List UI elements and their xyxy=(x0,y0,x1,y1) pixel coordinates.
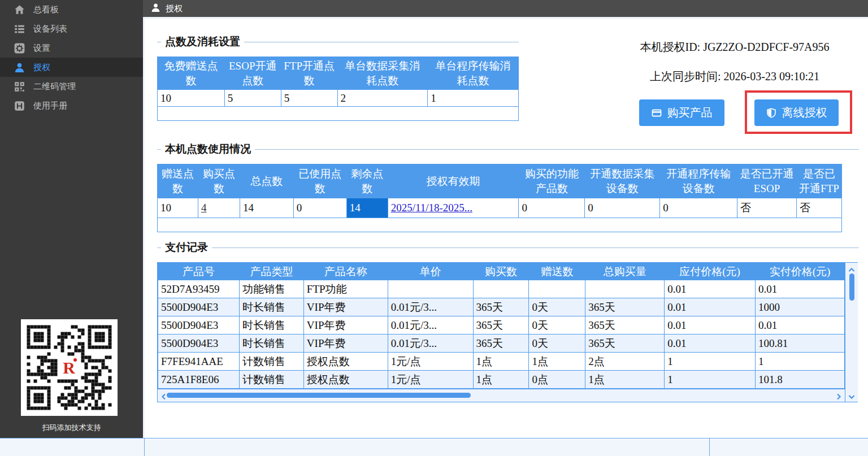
sync-time-line: 上次同步时间: 2026-03-23 09:10:21 xyxy=(616,69,853,84)
table-cell: 101.8 xyxy=(756,371,845,389)
bought-points-cell: 4 xyxy=(198,198,240,218)
table-cell xyxy=(585,280,665,298)
data-collect-devices-cell: 0 xyxy=(585,198,660,218)
sidebar-item-label: 设置 xyxy=(33,43,50,54)
column-header: 购买的功能产品数 xyxy=(519,164,585,198)
table-cell: 1元/点 xyxy=(388,353,473,371)
footer-separator xyxy=(709,438,710,456)
sync-time-label: 上次同步时间: xyxy=(650,70,721,82)
section-title: 点数及消耗设置 xyxy=(161,34,244,49)
table-cell: 100.81 xyxy=(756,335,845,353)
column-header: 开通程序传输设备数 xyxy=(660,164,737,198)
column-header: 免费赠送点数 xyxy=(158,57,225,90)
payment-row: 5500D904E3时长销售VIP年费0.01元/3...365天0天365天0… xyxy=(158,316,845,335)
table-cell: 0点 xyxy=(529,371,585,389)
table-cell: 1000 xyxy=(756,298,845,316)
table-cell: 授权点数 xyxy=(303,353,388,371)
bought-points-link[interactable]: 4 xyxy=(201,202,207,214)
table-row: 10 5 5 2 1 xyxy=(158,90,519,107)
column-header: 开通数据采集设备数 xyxy=(585,164,660,198)
esop-enabled-cell: 否 xyxy=(737,198,797,218)
buy-product-button[interactable]: 购买产品 xyxy=(639,99,724,126)
table-cell: 0.01 xyxy=(756,280,845,298)
sidebar-item-设置[interactable]: 设置 xyxy=(0,38,143,58)
table-header-row: 产品号产品类型产品名称单价购买数赠送数总购买量应付价格(元)实付价格(元) xyxy=(158,263,845,280)
payment-row: F7FE941AAE计数销售授权点数1元/点1点1点2点11 xyxy=(158,353,845,371)
empty-cell xyxy=(158,218,842,232)
table-cell: F7FE941AAE xyxy=(158,353,240,371)
scroll-right-icon[interactable] xyxy=(835,392,842,399)
sidebar-nav: 总看板设备列表设置授权二维码管理使用手册 xyxy=(0,0,143,115)
sidebar-item-label: 总看板 xyxy=(33,5,59,15)
payment-row: 725A1F8E06计数销售授权点数1元/点1点0点1点1101.8 xyxy=(158,371,845,389)
sidebar-item-设备列表[interactable]: 设备列表 xyxy=(0,19,143,38)
column-header: 产品类型 xyxy=(239,263,303,280)
table-cell: 365天 xyxy=(473,335,529,353)
user-icon xyxy=(14,62,25,73)
credit-card-icon xyxy=(652,108,662,118)
license-id-line: 本机授权ID: JGZ2ZO-D2DFCF-97A956 xyxy=(616,40,853,55)
sidebar-item-label: 二维码管理 xyxy=(33,81,76,92)
sidebar-item-总看板[interactable]: 总看板 xyxy=(0,0,143,19)
horizontal-scrollbar[interactable] xyxy=(158,389,845,402)
payments-table: 产品号产品类型产品名称单价购买数赠送数总购买量应付价格(元)实付价格(元) 52… xyxy=(158,263,845,389)
ftp-enabled-cell: 否 xyxy=(796,198,841,218)
table-cell: 0.01元/3... xyxy=(388,298,473,316)
column-header: 已使用点数 xyxy=(293,164,346,198)
table-cell: 1 xyxy=(665,371,756,389)
license-info: 本机授权ID: JGZ2ZO-D2DFCF-97A956 上次同步时间: 202… xyxy=(616,40,853,84)
validity-period-link[interactable]: 2025/11/18-2025... xyxy=(391,202,472,214)
program-transfer-devices-cell: 0 xyxy=(660,198,737,218)
column-header: 是否已开通FTP xyxy=(796,164,841,198)
table-header-row: 免费赠送点数 ESOP开通点数 FTP开通点数 单台数据采集消耗点数 单台程序传… xyxy=(158,57,519,90)
column-header: 单台数据采集消耗点数 xyxy=(337,57,428,90)
table-cell: 授权点数 xyxy=(303,371,388,389)
gear-icon xyxy=(14,43,25,54)
scroll-down-icon[interactable] xyxy=(848,392,855,399)
usage-table: 赠送点数 购买点数 总点数 已使用点数 剩余点数 授权有效期 购买的功能产品数 … xyxy=(157,164,842,232)
table-cell xyxy=(529,280,585,298)
payment-row: 52D7A93459功能销售FTP功能0.010.01 xyxy=(158,280,845,298)
column-header: ESOP开通点数 xyxy=(224,57,281,90)
scroll-up-icon[interactable] xyxy=(848,266,855,272)
sidebar: 总看板设备列表设置授权二维码管理使用手册 扫码添加技术支持 xyxy=(0,0,143,438)
table-cell: VIP年费 xyxy=(303,298,388,316)
table-cell: 0天 xyxy=(529,316,585,335)
table-cell: 0天 xyxy=(529,298,585,316)
remaining-points-cell: 14 xyxy=(346,198,388,218)
table-cell: 5500D904E3 xyxy=(158,298,240,316)
table-cell: 0.01 xyxy=(756,316,845,335)
status-footer xyxy=(0,438,868,456)
payment-row: 5500D904E3时长销售VIP年费0.01元/3...365天0天365天0… xyxy=(158,335,845,353)
table-cell: 0.01元/3... xyxy=(388,335,473,353)
table-cell: 0.01元/3... xyxy=(388,316,473,335)
section-usage: 本机点数使用情况 赠送点数 购买点数 总点数 已使用点数 剩余点数 授权有效期 … xyxy=(157,142,859,232)
payment-row: 5500D904E3时长销售VIP年费0.01元/3...365天0天365天0… xyxy=(158,298,845,316)
table-cell: 365天 xyxy=(473,316,529,335)
used-points-cell: 0 xyxy=(293,198,346,218)
main-content: 点数及消耗设置 免费赠送点数 ESOP开通点数 FTP开通点数 单台数据采集消耗… xyxy=(145,19,868,438)
sidebar-item-授权[interactable]: 授权 xyxy=(0,58,143,77)
offline-authorize-button[interactable]: 离线授权 xyxy=(754,99,839,126)
column-header: 单台程序传输消耗点数 xyxy=(428,57,519,90)
horizontal-scroll-thumb[interactable] xyxy=(167,393,471,398)
vertical-scrollbar[interactable] xyxy=(845,263,858,402)
payments-table-wrapper: 产品号产品类型产品名称单价购买数赠送数总购买量应付价格(元)实付价格(元) 52… xyxy=(157,262,858,402)
empty-cell xyxy=(158,107,519,121)
column-header: 剩余点数 xyxy=(346,164,388,198)
section-points-config: 点数及消耗设置 免费赠送点数 ESOP开通点数 FTP开通点数 单台数据采集消耗… xyxy=(157,34,519,121)
table-cell xyxy=(473,280,529,298)
table-cell: 0天 xyxy=(529,335,585,353)
table-cell: 5500D904E3 xyxy=(158,316,240,335)
home-icon xyxy=(14,5,25,15)
table-cell: 计数销售 xyxy=(239,353,303,371)
table-cell: 1点 xyxy=(473,371,529,389)
table-cell: 功能销售 xyxy=(239,280,303,298)
table-cell: FTP功能 xyxy=(303,280,388,298)
vertical-scroll-thumb[interactable] xyxy=(849,273,854,301)
empty-row xyxy=(158,218,842,232)
sidebar-item-使用手册[interactable]: 使用手册 xyxy=(0,96,143,115)
table-cell: 1点 xyxy=(473,353,529,371)
sidebar-item-二维码管理[interactable]: 二维码管理 xyxy=(0,77,143,96)
column-header: 产品号 xyxy=(158,263,240,280)
